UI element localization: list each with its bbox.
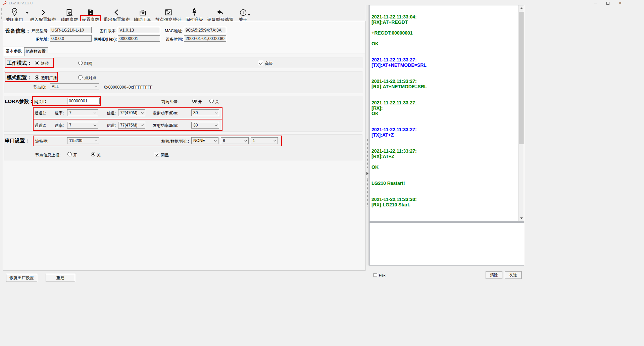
channel2-power-select[interactable]: 30: [191, 122, 219, 129]
node-id-label: 节点ID:: [33, 85, 46, 90]
mode-config-band: [4, 71, 362, 93]
radio-fec-off[interactable]: [209, 99, 214, 103]
maximize-button[interactable]: [603, 0, 612, 6]
chevron-down-icon[interactable]: [248, 14, 250, 16]
combo-value: 7: [69, 123, 71, 128]
data-bits-select[interactable]: 8: [221, 137, 249, 144]
toolbar-item-firmware-upgrade[interactable]: 固件升级: [185, 7, 204, 23]
radio-point-to-point[interactable]: [78, 75, 83, 80]
scrollbar-thumb[interactable]: [519, 12, 524, 144]
back-arrow-icon: [216, 7, 224, 16]
firmware-field[interactable]: V1.0.13: [118, 27, 160, 33]
gateway-id-input[interactable]: 00000001: [67, 98, 100, 104]
info-icon: [239, 7, 247, 16]
close-button[interactable]: ✕: [615, 0, 625, 6]
mac-field[interactable]: 9C:A5:25:94:7A:3A: [184, 27, 226, 33]
chevron-down-icon: [94, 123, 96, 126]
serial-title: 串口设置：: [5, 138, 30, 144]
minimize-button[interactable]: [591, 0, 600, 6]
minimize-icon: [594, 3, 597, 3]
log-entry: 2021-11-22,11:33:27: [TX]:AT+NETMODE=SRL: [371, 57, 517, 68]
window-title: LG210 V1.2.0: [9, 1, 33, 5]
send-input[interactable]: [369, 223, 524, 265]
scroll-up-button[interactable]: [518, 5, 524, 11]
restart-button[interactable]: 重启: [46, 274, 75, 282]
radio-label: 关: [215, 99, 219, 104]
channel1-rate-select[interactable]: 7: [67, 109, 98, 116]
splitter-collapse-icon[interactable]: [366, 172, 368, 175]
rate-label: 速率:: [55, 111, 64, 115]
channel1-power-select[interactable]: 30: [191, 109, 219, 116]
factory-reset-button[interactable]: 恢复出厂设置: [6, 274, 37, 282]
channel1-freq-select[interactable]: 72(470M): [118, 109, 145, 116]
toolbar-item-exit-config[interactable]: 退出配置状态: [102, 7, 132, 23]
titlebar: LG210 V1.2.0 ✕: [0, 0, 644, 6]
node-id-hint: 0x00000000~0xFFFFFFFF: [104, 85, 152, 90]
combo-value: 30: [193, 123, 198, 128]
combo-value: 8: [223, 138, 225, 143]
radio-network-mode[interactable]: [78, 61, 83, 65]
lora-title: LORA参数：: [5, 98, 34, 105]
ip-field[interactable]: 0.0.0.0: [50, 35, 92, 42]
combo-value: ALL: [52, 84, 59, 89]
clear-button[interactable]: 清除: [486, 271, 502, 279]
save-icon: [87, 7, 94, 16]
log-entry: 2021-11-22,11:33:30: [RX]:LG210 Start.: [371, 197, 517, 207]
arrow-down-icon: [520, 217, 523, 219]
radio-transparent-mode[interactable]: [35, 61, 39, 65]
baud-select[interactable]: 115200: [67, 137, 99, 144]
device-time-field[interactable]: 2000-01-01,00:00:80: [184, 35, 226, 42]
chevron-down-icon[interactable]: [26, 12, 29, 14]
stats-window-icon: [164, 7, 172, 16]
combo-value: 77(475M): [120, 123, 137, 128]
toolbar-item-read-params[interactable]: 设置参数 读取参数: [60, 7, 79, 23]
toolbar-item-close-serial[interactable]: 关闭串口: [3, 7, 26, 23]
radio-transparent-broadcast[interactable]: [35, 75, 39, 80]
node-id-select[interactable]: ALL: [50, 83, 99, 90]
radio-label: 透明广播: [41, 76, 57, 80]
chevron-down-icon: [214, 139, 217, 141]
panel-splitter[interactable]: [366, 5, 369, 265]
channel2-freq-select[interactable]: 77(475M): [118, 122, 145, 129]
toolbox-icon: [139, 7, 147, 16]
toolbar-item-set-params[interactable]: 设置参数: [81, 7, 101, 23]
chevron-down-icon: [244, 139, 247, 141]
close-icon: ✕: [618, 1, 622, 5]
toolbar-item-node-stats[interactable]: 节点信息统计: [154, 7, 183, 23]
chevron-down-icon: [274, 139, 276, 141]
log-scrollport: 2021-11-22,11:33:04: [RX]:AT+REGDT +REGD…: [369, 5, 518, 221]
baud-label: 波特率:: [35, 139, 48, 144]
advanced-checkbox[interactable]: [259, 61, 263, 65]
channel-freq-label: 信道:: [107, 123, 116, 128]
parity-select[interactable]: NONE: [191, 137, 218, 144]
radio-label: 组网: [84, 61, 92, 66]
hex-checkbox[interactable]: [374, 273, 377, 277]
radio-node-report-on[interactable]: [67, 152, 72, 156]
stop-bits-select[interactable]: 1: [251, 137, 278, 144]
combo-value: 1: [253, 138, 255, 143]
toolbar-item-device-model-select[interactable]: 设备型号选择: [205, 7, 235, 23]
radio-node-report-off[interactable]: [91, 152, 95, 156]
toolbar-item-enter-config[interactable]: 进入配置状态: [28, 7, 58, 23]
log-output[interactable]: 2021-11-22,11:33:04: [RX]:AT+REGDT +REGD…: [369, 5, 524, 221]
scroll-down-button[interactable]: [518, 215, 524, 221]
gateway-id-hex-field[interactable]: 00000001: [118, 35, 160, 42]
chevron-down-icon: [95, 85, 97, 87]
product-model-field[interactable]: USR-LG210-L-10: [50, 27, 92, 33]
toolbar-item-aux-tools[interactable]: 辅助工具: [133, 7, 152, 23]
ip-label: IP地址:: [19, 37, 49, 42]
echo-checkbox[interactable]: [155, 152, 159, 156]
channel2-rate-select[interactable]: 7: [67, 122, 98, 129]
tab-basic-params[interactable]: 基本参数: [3, 47, 24, 56]
chevron-down-icon: [215, 111, 217, 113]
log-scrollbar[interactable]: [518, 5, 524, 221]
arrow-up-icon: [520, 7, 523, 9]
chevron-down-icon: [141, 111, 144, 113]
fec-label: 前向纠错:: [161, 99, 179, 104]
gateway-id-label: 网关ID:: [34, 99, 47, 104]
radio-fec-on[interactable]: [192, 99, 197, 103]
log-entry: 2021-11-22,11:33:04: [RX]:AT+REGDT +REGD…: [371, 14, 517, 46]
toolbar: 关闭串口 进入配置状态 设置参数 读取参数 设置参数 退出配置状态: [3, 7, 250, 23]
send-button[interactable]: 发送: [505, 271, 522, 279]
log-entry: 2021-11-22,11:33:27: [RX]: OK: [371, 100, 517, 116]
